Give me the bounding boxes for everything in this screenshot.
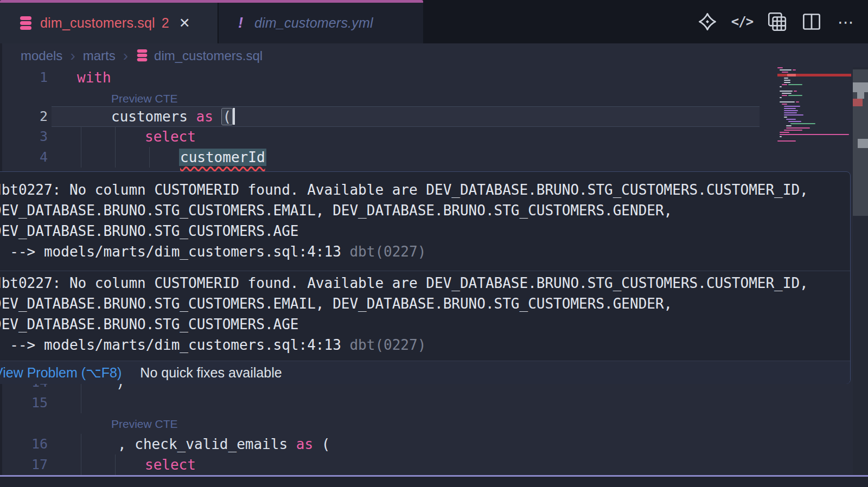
dbt-logo-icon[interactable]	[697, 11, 718, 33]
code-line-15[interactable]: 15	[0, 393, 760, 413]
breadcrumb: models › marts › dim_customers.sql	[0, 43, 868, 68]
no-quick-fixes-text: No quick fixes available	[140, 365, 282, 381]
code-line-16[interactable]: 16, check_valid_emails as (	[0, 434, 760, 454]
close-icon[interactable]: ✕	[179, 15, 190, 31]
minimap-code-line	[780, 97, 782, 98]
breadcrumb-models[interactable]: models	[21, 48, 62, 63]
error-message-line: dbt0227: No column CUSTOMERID found. Ava…	[0, 180, 850, 200]
code-token: customers	[111, 108, 196, 125]
line-number: 4	[0, 147, 48, 168]
minimap-code-line	[786, 119, 796, 120]
minimap[interactable]	[777, 67, 851, 149]
minimap-code-line	[780, 132, 789, 133]
tab-dim-customers-sql[interactable]: dim_customers.sql 2 ✕	[0, 3, 218, 43]
text-cursor	[233, 108, 235, 125]
indent-guide	[81, 126, 81, 147]
minimap-code-line	[784, 117, 787, 118]
ruler-mark-modified	[853, 82, 868, 92]
breadcrumb-file[interactable]: dim_customers.sql	[154, 48, 263, 63]
minimap-code-line	[793, 69, 796, 71]
popup-divider	[0, 271, 850, 271]
minimap-code-line	[786, 125, 792, 126]
code-line-4[interactable]: 4customerId	[0, 147, 760, 168]
minimap-code-line	[794, 91, 797, 92]
code-token: (	[313, 436, 330, 452]
indent-guide	[149, 147, 150, 168]
indent-guide	[115, 454, 116, 475]
code-text: , check_valid_emails as (	[118, 434, 330, 454]
indent-guide	[81, 454, 81, 475]
minimap-code-line	[782, 104, 787, 105]
minimap-code-line	[782, 84, 787, 85]
tab-filename: dim_customers.yml	[254, 15, 373, 31]
minimap-code-line	[784, 112, 797, 113]
more-actions-icon[interactable]: ⋯	[835, 11, 857, 33]
code-text: customerId	[179, 147, 266, 168]
breadcrumb-marts[interactable]: marts	[83, 48, 116, 63]
minimap-code-line	[782, 72, 788, 73]
minimap-code-line	[788, 84, 802, 85]
minimap-code-line	[784, 114, 803, 116]
database-icon	[136, 49, 149, 62]
indent-guide	[81, 434, 81, 454]
code-lens-preview-cte[interactable]: Preview CTE	[111, 418, 178, 431]
minimap-code-line	[788, 121, 801, 122]
line-number: 3	[0, 126, 48, 147]
code-token	[213, 108, 222, 125]
error-message-line: dbt0227: No column CUSTOMERID found. Ava…	[0, 273, 850, 293]
ruler-mark-modified	[858, 139, 868, 148]
error-code: dbt(0227)	[349, 337, 426, 353]
chevron-right-icon: ›	[123, 49, 128, 62]
editor-window: dim_customers.sql 2 ✕ ! dim_customers.ym…	[0, 0, 868, 487]
code-line-1[interactable]: 1with	[0, 67, 760, 88]
view-problem-link[interactable]: View Problem (⌥F8)	[0, 365, 122, 381]
minimap-code-line	[780, 91, 793, 92]
code-lens-preview-cte[interactable]: Preview CTE	[111, 92, 178, 105]
minimap-code-line	[786, 127, 810, 129]
minimap-code-line	[784, 110, 798, 111]
tab-problem-count: 2	[162, 15, 169, 31]
tab-dim-customers-yml[interactable]: ! dim_customers.yml	[219, 3, 423, 43]
minimap-code-line	[790, 123, 815, 124]
compile-sql-icon[interactable]: </>	[731, 11, 753, 33]
error-message-line: DEV_DATABASE.BRUNO.STG_CUSTOMERS.AGE	[0, 221, 850, 241]
scrollbar	[853, 67, 868, 475]
error-token-customerid[interactable]: customerId	[179, 149, 266, 166]
code-token: as	[296, 436, 313, 452]
minimap-code-line	[784, 106, 800, 107]
minimap-code-line	[777, 140, 796, 142]
minimap-code-line	[780, 101, 795, 102]
code-line-17[interactable]: 17select	[0, 454, 760, 475]
warning-icon: !	[238, 15, 243, 31]
code-line-2[interactable]: 2customers as (	[0, 106, 760, 127]
minimap-code-line	[780, 86, 782, 87]
minimap-code-line	[780, 136, 782, 137]
ruler-mark-modified	[857, 92, 864, 99]
split-editor-icon[interactable]	[801, 11, 822, 33]
line-number: 15	[0, 393, 48, 413]
line-number: 2	[0, 106, 48, 127]
minimap-code-line	[780, 69, 792, 71]
error-hover-popup: dbt0227: No column CUSTOMERID found. Ava…	[0, 171, 851, 384]
minimap-code-line	[782, 95, 787, 96]
code-token: , check_valid_emails	[118, 436, 296, 452]
error-message-line: DEV_DATABASE.BRUNO.STG_CUSTOMERS.EMAIL, …	[0, 200, 850, 221]
code-text: customers as (	[111, 106, 235, 127]
error-message-line: DEV_DATABASE.BRUNO.STG_CUSTOMERS.AGE	[0, 314, 850, 335]
matched-bracket: (	[222, 108, 233, 125]
minimap-code-line	[796, 101, 799, 102]
chevron-right-icon: ›	[70, 49, 75, 62]
tab-filename: dim_customers.sql	[40, 15, 155, 31]
minimap-code-line	[788, 95, 802, 96]
code-token: with	[77, 69, 111, 86]
code-token: select	[145, 457, 196, 473]
panel-edge	[0, 477, 868, 487]
line-number: 1	[0, 67, 48, 88]
minimap-code-line	[784, 82, 790, 83]
code-text: select	[145, 454, 196, 475]
minimap-code-line	[784, 130, 802, 131]
code-line-3[interactable]: 3select	[0, 126, 760, 147]
minimap-code-line	[784, 108, 796, 109]
query-results-icon[interactable]	[766, 11, 788, 33]
ruler-mark-error	[853, 99, 863, 106]
